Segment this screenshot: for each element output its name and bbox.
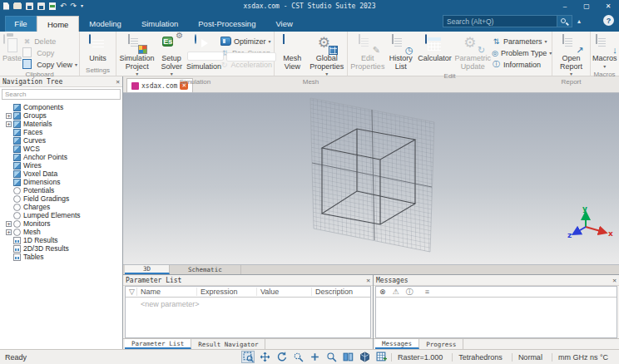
new-file-icon[interactable] [3,2,9,10]
viewport-3d-canvas[interactable]: y x z [123,93,619,264]
info-filter-icon[interactable]: ⓘ [406,287,413,298]
tree-item-anchor-points[interactable]: Anchor Points [0,153,122,161]
status-raster[interactable]: Raster=1.000 [391,353,448,362]
expander-icon[interactable]: + [6,221,12,227]
warnings-filter-icon[interactable]: ⚠ [393,288,399,296]
tab-file[interactable]: File [5,16,37,32]
help-icon[interactable]: ? [603,15,614,26]
tree-item-components[interactable]: Components [0,103,122,111]
tree-item-groups[interactable]: +Groups [0,111,122,120]
tree-item-tables[interactable]: Tables [0,253,122,261]
tree-item-curves[interactable]: Curves [0,136,122,145]
tree-item-wcs[interactable]: WCS [0,145,122,153]
expander-icon[interactable]: + [6,121,12,127]
tree-item-materials[interactable]: +Materials [0,120,122,128]
information-button[interactable]: ⓘ Information [492,60,550,69]
information-icon: ⓘ [492,59,501,70]
tab-parameter-list[interactable]: Parameter List [125,339,191,349]
tree-item-voxel-data[interactable]: Voxel Data [0,170,122,178]
tree-item-faces[interactable]: Faces [0,128,122,136]
mesh-view-button[interactable]: Mesh View [276,34,309,71]
tree-item-lumped-elements[interactable]: Lumped Elements [0,211,122,219]
message-list-icon[interactable]: ≡ [425,288,429,296]
tree-search-input[interactable] [2,89,121,100]
close-icon[interactable]: ✕ [366,277,370,284]
setup-solver-button[interactable]: Es⚙ Setup Solver▾ [156,34,187,76]
history-list-button[interactable]: ◷ History List [386,34,416,71]
tab-schematic[interactable]: Schematic [170,265,241,274]
optimizer-button[interactable]: Optimizer ▾ [220,37,272,46]
parameter-table-header: ▽ Name Expression Value Description [126,287,370,298]
tab-3d[interactable]: 3D [125,265,170,274]
delete-button[interactable]: ✖ Delete [22,37,77,46]
open-report-button[interactable]: ↗ Open Report▾ [554,34,588,76]
tree-item-wires[interactable]: Wires [0,161,122,170]
zoom-select-tool[interactable] [241,351,255,363]
paste-icon [3,34,5,44]
tile-windows-tool[interactable] [341,351,354,363]
collapse-ribbon-icon[interactable]: ▴ [572,17,586,25]
redo-icon[interactable]: ↷ [71,2,77,10]
save-icon[interactable] [26,2,33,10]
new-parameter-row[interactable]: <new parameter> [126,298,370,308]
filter-icon[interactable]: ▽ [126,288,137,296]
tree-item-potentials[interactable]: Potentials [0,186,122,194]
rotate-tool[interactable] [275,351,288,363]
search-button[interactable] [557,15,572,27]
close-icon[interactable]: ✕ [612,277,617,284]
status-mesh-type[interactable]: Tetrahedrons [452,353,508,362]
minimize-button[interactable]: – [554,0,576,12]
column-expression[interactable]: Expression [197,288,257,296]
move-tool[interactable] [308,351,321,363]
maximize-button[interactable]: ▢ [576,0,597,12]
raster-grid-icon[interactable] [374,351,388,363]
zoom-lasso-tool[interactable] [291,351,305,363]
tree-item-monitors[interactable]: +Monitors [0,219,122,228]
tab-view[interactable]: View [265,16,302,32]
tree-item-charges[interactable]: Charges [0,203,122,211]
qat-more-icon[interactable]: ▾ [81,2,83,10]
tab-modeling[interactable]: Modeling [79,16,131,32]
pan-tool[interactable] [258,351,271,363]
copy-view-button[interactable]: Copy View ▾ [22,60,77,69]
save-all-icon[interactable] [37,2,45,10]
global-properties-button[interactable]: ⚙ Global Properties▾ [309,34,345,76]
tab-simulation[interactable]: Simulation [131,16,188,32]
expander-icon[interactable]: + [6,113,12,119]
parameters-button[interactable]: ⇅ Parameters ▾ [492,37,550,46]
import-icon[interactable] [49,2,56,10]
simulation-project-button[interactable]: Simulation Project▾ [118,34,156,76]
expander-icon[interactable]: + [6,229,12,235]
units-button[interactable]: Units [82,34,114,63]
edit-properties-button[interactable]: ✎ Edit Properties [349,34,386,71]
viewport-3d[interactable]: y x z [123,93,619,264]
column-description[interactable]: Description [312,288,356,296]
paste-button[interactable]: Paste [2,34,22,63]
tree-item-dimensions[interactable]: Dimensions [0,178,122,186]
search-input[interactable] [443,15,557,27]
column-name[interactable]: Name [137,288,197,296]
copy-button[interactable]: Copy [22,48,77,57]
close-button[interactable]: ✕ [597,0,619,12]
problem-type-button[interactable]: ◎ Problem Type ▾ [492,48,550,57]
tab-progress[interactable]: Progress [419,339,463,349]
tab-messages[interactable]: Messages [375,339,419,349]
tree-item-2d3d-results[interactable]: 2D/3D Results [0,244,122,253]
undo-icon[interactable]: ↶ [60,2,67,10]
tab-post-processing[interactable]: Post-Processing [188,16,265,32]
tree-item-mesh[interactable]: +Mesh [0,228,122,236]
bounding-box-tool[interactable] [358,351,371,363]
open-file-icon[interactable] [13,3,22,9]
status-units[interactable]: mm GHz ns °C [552,353,614,362]
tab-home[interactable]: Home [37,16,79,32]
column-value[interactable]: Value [257,288,312,296]
zoom-tool[interactable] [324,351,338,363]
macros-button[interactable]: ↓ Macros▾ [592,34,617,69]
tab-result-navigator[interactable]: Result Navigator [191,339,265,349]
errors-filter-icon[interactable]: ⊗ [379,288,386,296]
tree-item-1d-results[interactable]: 1D Results [0,236,122,244]
calculator-button[interactable]: Calculator [416,34,454,63]
tree-item-field-gradings[interactable]: Field Gradings [0,194,122,203]
status-normal[interactable]: Normal [512,353,548,362]
parametric-update-button[interactable]: ⚙↻ Parametric Update [453,34,492,71]
